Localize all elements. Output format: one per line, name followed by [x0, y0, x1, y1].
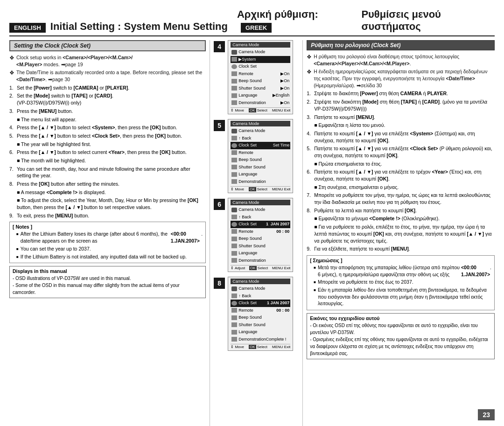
note-1: After the Lithium Battery loses its char… [16, 230, 203, 244]
title-english: Initial Setting : System Menu Setting [50, 21, 228, 33]
greek-displays-title: Εικόνες του εγχειριδίου αυτού [310, 315, 491, 321]
gr-step-5-sub: ■ Πρώτα επισημαίνεται το έτος. [307, 161, 495, 168]
menu-camera-6: Camera Mode [231, 206, 290, 214]
notes-box: [ Notes ] After the Lithium Battery lose… [9, 222, 206, 263]
gr-step-8-sub1: ■ Εμφανίζεται το μήνυμα <Complete !> (Ολ… [307, 215, 495, 222]
intro-item-1: ❖ Clock setup works in <Camera>/<Player>… [9, 54, 206, 68]
menu-camera-5: Camera Mode [231, 127, 290, 135]
step-8-sub1: ■ A message <Complete !> is displayed. [9, 189, 206, 196]
content-area: Setting the Clock (Clock Set) ❖ Clock se… [9, 40, 495, 426]
note-2: You can set the year up to 2037. [16, 245, 203, 252]
step-number-4: 4 [214, 41, 225, 52]
note-3: If the Lithium Battery is not installed,… [16, 253, 203, 260]
gr-display-2: - Ορισμένες ενδείξεις επί της οθόνης που… [310, 336, 491, 357]
screen-box-6: Camera Mode Camera Mode ↑ Back Clock Set [228, 198, 293, 272]
step-8: 8.Press the [OK] button after setting th… [9, 181, 206, 188]
displays-box: Displays in this manual - OSD illustrati… [9, 266, 206, 298]
screen-title-4: Camera Mode [231, 42, 290, 48]
menu-clockset-5: Clock Set Set Time [231, 142, 290, 149]
step-number-6: 6 [214, 199, 225, 210]
menu-shutter-4: Shutter Sound ▶On [231, 85, 290, 92]
gr-step-3-sub: ■ Εμφανίζεται η λίστα του μενού. [307, 122, 495, 129]
step-5: 5.Press the [▲ / ▼] button to select <Cl… [9, 133, 206, 140]
greek-notes-title: [ Σημειώσεις ] [310, 258, 491, 263]
page-number: 23 [478, 409, 495, 420]
diamond-icon-2: ❖ [9, 69, 14, 83]
gr-step-8: 8.Ρυθμίστε τα λεπτά και πατήστε το κουμπ… [307, 207, 495, 214]
greek-notes-box: [ Σημειώσεις ] Μετά την αποφόρτιση της μ… [307, 255, 495, 310]
menu-system-4: ▶System [231, 56, 290, 63]
main-divider [9, 35, 495, 36]
step-2: 2.Set the [Mode] switch to [TAPE] or [CA… [9, 92, 206, 106]
screen-item-5: 5 Camera Mode Camera Mode ↑ Back Clock S… [214, 119, 299, 193]
step-3: 3.Press the [MENU] button. [9, 108, 206, 115]
menu-demo-6: Demonstration [231, 257, 290, 265]
gr-step-9: 9.Για να εξέλθετε, πατήστε το κουμπί [ME… [307, 245, 495, 252]
right-section-header: Ρύθμιση του ρολογιού (Clock Set) [307, 40, 495, 50]
intro-text: ❖ Clock setup works in <Camera>/<Player>… [9, 54, 206, 83]
screen-footer-6: ⇕ Adjust OK Select MENU Exit [231, 265, 290, 270]
menu-remote-6: Remote 00 : 00 [231, 228, 290, 236]
menu-back-5: ↑ Back [231, 135, 290, 142]
menu-demo-8: Demonstration Complete ! [231, 336, 290, 343]
step-9: 9.To exit, press the [MENU] button. [9, 212, 206, 219]
left-section-header: Setting the Clock (Clock Set) [9, 40, 206, 51]
menu-remote-8: Remote 00 : 00 [231, 307, 290, 314]
menu-beep-8: Beep Sound [231, 314, 290, 321]
screen-footer-5: ⇕ Move OK Select MENU Exit [231, 186, 290, 191]
page: ENGLISH Initial Setting : System Menu Se… [0, 0, 504, 426]
menu-lang-4: Language ▶English [231, 92, 290, 99]
menu-beep-6: Beep Sound [231, 235, 290, 243]
diamond-gr-1: ❖ [307, 53, 312, 67]
menu-lang-8: Language [231, 328, 290, 336]
menu-remote-4: Remote ▶On [231, 70, 290, 78]
screen-item-6: 6 Camera Mode Camera Mode ↑ Back [214, 198, 299, 272]
gr-step-4: 4.Πατήστε το κουμπί [▲ / ▼] για να επιλέ… [307, 130, 495, 144]
greek-notes-list: Μετά την αποφόρτιση της μπαταρίας λιθίου… [310, 264, 491, 307]
greek-intro-1: ❖ Η ρύθμιση του ρολογιού είναι διαθέσιμη… [307, 53, 495, 67]
screen-footer-4: ⇕ Move OK Select MENU Exit [231, 107, 290, 112]
gr-step-7: 7.Μπορείτε να ρυθμίσετε τον μήνα, την ημ… [307, 192, 495, 205]
menu-beep-5: Beep Sound [231, 156, 290, 164]
displays-title: Displays in this manual [13, 268, 203, 274]
menu-remote-5: Remote [231, 149, 290, 157]
display-item-2: - Some of the OSD in this manual may dif… [13, 282, 203, 296]
greek-steps-list: 1.Στρέψτε το διακόπτη [Power] στη θέση C… [307, 90, 495, 252]
greek-intro-2: ❖ Η ένδειξη ημερομηνίας/ώρας καταγράφετα… [307, 68, 495, 89]
menu-camera-8: Camera Mode [231, 285, 290, 293]
menu-back-8: ↑ Back [231, 293, 290, 300]
menu-clockset-4: Clock Set [231, 63, 290, 70]
left-column: Setting the Clock (Clock Set) ❖ Clock se… [9, 40, 210, 426]
gr-note-1: Μετά την αποφόρτιση της μπαταρίας λιθίου… [314, 264, 491, 278]
screens-column: 4 Camera Mode Camera Mode ▶System Clock … [210, 40, 303, 426]
gr-display-1: - Οι εικόνες OSD επί της οθόνης που εμφα… [310, 322, 491, 336]
greek-displays-box: Εικόνες του εγχειριδίου αυτού - Οι εικόν… [307, 313, 495, 359]
menu-lang-6: Language [231, 250, 290, 257]
menu-clockset-8: Clock Set 1 JAN 2007 [231, 300, 290, 307]
step-number-5: 5 [214, 120, 225, 131]
step-7: 7.You can set the month, day, hour and m… [9, 166, 206, 179]
step-4: 4.Press the [▲ / ▼] button to select <Sy… [9, 124, 206, 131]
step-number-8: 8 [214, 278, 225, 289]
screen-item-8: 8 Camera Mode Camera Mode ↑ Back [214, 277, 299, 351]
step-1: 1.Set the [Power] switch to [CAMERA] or … [9, 84, 206, 91]
step-6-sub: ■ The month will be highlighted. [9, 157, 206, 164]
menu-demo-5: Demonstration [231, 178, 290, 186]
screen-title-8: Camera Mode [231, 279, 290, 284]
screen-title-6: Camera Mode [231, 200, 290, 205]
menu-beep-4: Beep Sound ▶On [231, 77, 290, 85]
gr-note-2: Μπορείτε να ρυθμίσετε το έτος έως το 203… [314, 279, 491, 286]
intro-item-2: ❖ The Date/Time is automatically recorde… [9, 69, 206, 83]
greek-intro: ❖ Η ρύθμιση του ρολογιού είναι διαθέσιμη… [307, 53, 495, 89]
english-badge: ENGLISH [9, 23, 46, 33]
menu-shutter-6: Shutter Sound [231, 243, 290, 250]
gr-step-1: 1.Στρέψτε το διακόπτη [Power] στη θέση C… [307, 90, 495, 97]
gr-step-8-sub2: ■ Για να ρυθμίσετε το ρολόι, επιλέξτε το… [307, 223, 495, 244]
header: ENGLISH Initial Setting : System Menu Se… [9, 8, 495, 33]
screen-footer-8: ⇕ Move OK Select MENU Exit [231, 344, 290, 349]
menu-back-6: ↑ Back [231, 214, 290, 221]
menu-demo-4: Demonstration ▶On [231, 99, 290, 107]
gr-note-3: Εάν η μπαταρία λιθίου δεν είναι τοποθετη… [314, 286, 491, 307]
gr-step-2: 2.Στρέψτε τον διακόπτη [Mode] στη θέση [… [307, 98, 495, 112]
right-column: Ρύθμιση του ρολογιού (Clock Set) ❖ Η ρύθ… [303, 40, 495, 426]
